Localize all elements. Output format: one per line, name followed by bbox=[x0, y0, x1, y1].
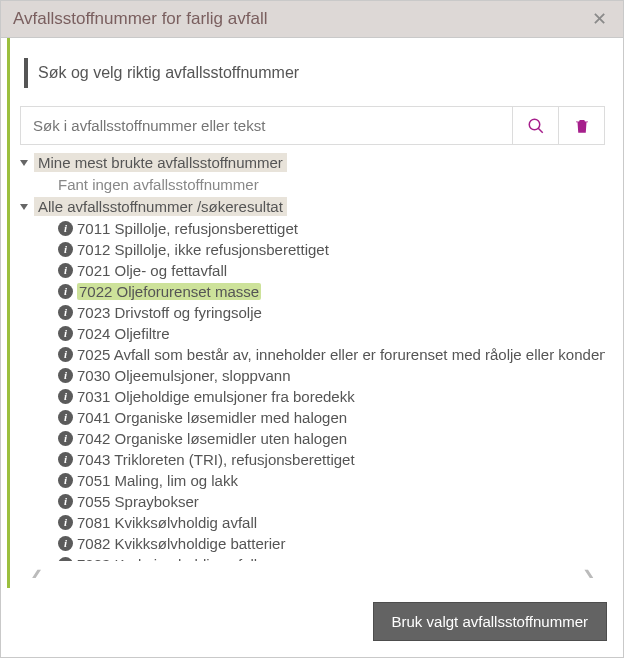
list-item-label: 7030 Oljeemulsjoner, sloppvann bbox=[77, 367, 290, 384]
group-mine-label: Mine mest brukte avfallsstoffnummer bbox=[34, 153, 287, 172]
dialog-title: Avfallsstoffnummer for farlig avfall bbox=[13, 9, 267, 29]
instruction-bar: Søk og velg riktig avfallsstoffnummer bbox=[24, 58, 605, 88]
tree-container: Mine mest brukte avfallsstoffnummer Fant… bbox=[20, 151, 605, 578]
group-all[interactable]: Alle avfallsstoffnummer /søkeresultat bbox=[20, 195, 601, 218]
list-item-label: 7031 Oljeholdige emulsjoner fra boredekk bbox=[77, 388, 355, 405]
list-item[interactable]: i7012 Spillolje, ikke refusjonsberettige… bbox=[20, 239, 601, 260]
list-item-label: 7023 Drivstoff og fyringsolje bbox=[77, 304, 262, 321]
group-mine[interactable]: Mine mest brukte avfallsstoffnummer bbox=[20, 151, 601, 174]
info-icon[interactable]: i bbox=[58, 263, 73, 278]
trash-icon bbox=[573, 117, 591, 135]
list-item[interactable]: i7011 Spillolje, refusjonsberettiget bbox=[20, 218, 601, 239]
list-item-label: 7021 Olje- og fettavfall bbox=[77, 262, 227, 279]
dialog-footer: Bruk valgt avfallsstoffnummer bbox=[7, 588, 623, 657]
list-item-label: 7011 Spillolje, refusjonsberettiget bbox=[77, 220, 298, 237]
info-icon[interactable]: i bbox=[58, 305, 73, 320]
list-item-label: 7025 Avfall som består av, inneholder el… bbox=[77, 346, 605, 363]
list-item[interactable]: i7024 Oljefiltre bbox=[20, 323, 601, 344]
svg-line-1 bbox=[538, 128, 543, 133]
search-button[interactable] bbox=[512, 107, 558, 144]
horizontal-scrollbar[interactable]: ❮ ❯ bbox=[20, 561, 605, 578]
list-item[interactable]: i7041 Organiske løsemidler med halogen bbox=[20, 407, 601, 428]
list-item[interactable]: i7055 Spraybokser bbox=[20, 491, 601, 512]
info-icon[interactable]: i bbox=[58, 515, 73, 530]
list-item-label: 7022 Oljeforurenset masse bbox=[77, 283, 261, 300]
collapse-icon bbox=[20, 204, 28, 210]
list-item[interactable]: i7082 Kvikksølvholdige batterier bbox=[20, 533, 601, 554]
info-icon[interactable]: i bbox=[58, 242, 73, 257]
list-item[interactable]: i7022 Oljeforurenset masse bbox=[20, 281, 601, 302]
empty-mine-message: Fant ingen avfallsstoffnummer bbox=[20, 174, 601, 195]
close-icon[interactable]: ✕ bbox=[588, 10, 611, 28]
search-icon bbox=[527, 117, 545, 135]
info-icon[interactable]: i bbox=[58, 536, 73, 551]
list-item[interactable]: i7043 Trikloreten (TRI), refusjonsberett… bbox=[20, 449, 601, 470]
list-item[interactable]: i7030 Oljeemulsjoner, sloppvann bbox=[20, 365, 601, 386]
scroll-left-icon[interactable]: ❮ bbox=[30, 567, 43, 578]
list-item[interactable]: i7081 Kvikksølvholdig avfall bbox=[20, 512, 601, 533]
list-item-label: 7043 Trikloreten (TRI), refusjonsberetti… bbox=[77, 451, 355, 468]
list-item[interactable]: i7042 Organiske løsemidler uten halogen bbox=[20, 428, 601, 449]
dialog-container: Avfallsstoffnummer for farlig avfall ✕ S… bbox=[0, 0, 624, 658]
items-list: i7011 Spillolje, refusjonsberettigeti701… bbox=[20, 218, 601, 561]
info-icon[interactable]: i bbox=[58, 368, 73, 383]
info-icon[interactable]: i bbox=[58, 557, 73, 561]
titlebar: Avfallsstoffnummer for farlig avfall ✕ bbox=[1, 1, 623, 38]
clear-button[interactable] bbox=[558, 107, 604, 144]
info-icon[interactable]: i bbox=[58, 410, 73, 425]
group-all-label: Alle avfallsstoffnummer /søkeresultat bbox=[34, 197, 287, 216]
scroll-right-icon[interactable]: ❯ bbox=[582, 567, 595, 578]
apply-button[interactable]: Bruk valgt avfallsstoffnummer bbox=[373, 602, 607, 641]
info-icon[interactable]: i bbox=[58, 221, 73, 236]
info-icon[interactable]: i bbox=[58, 389, 73, 404]
list-item-label: 7042 Organiske løsemidler uten halogen bbox=[77, 430, 347, 447]
info-icon[interactable]: i bbox=[58, 431, 73, 446]
list-item[interactable]: i7023 Drivstoff og fyringsolje bbox=[20, 302, 601, 323]
list-item-label: 7024 Oljefiltre bbox=[77, 325, 170, 342]
search-row bbox=[20, 106, 605, 145]
tree-scroll[interactable]: Mine mest brukte avfallsstoffnummer Fant… bbox=[20, 151, 605, 561]
list-item-label: 7055 Spraybokser bbox=[77, 493, 199, 510]
list-item[interactable]: i7021 Olje- og fettavfall bbox=[20, 260, 601, 281]
list-item-label: 7081 Kvikksølvholdig avfall bbox=[77, 514, 257, 531]
list-item[interactable]: i7025 Avfall som består av, inneholder e… bbox=[20, 344, 601, 365]
list-item[interactable]: i7051 Maling, lim og lakk bbox=[20, 470, 601, 491]
collapse-icon bbox=[20, 160, 28, 166]
svg-point-0 bbox=[529, 119, 540, 130]
info-icon[interactable]: i bbox=[58, 473, 73, 488]
instruction-text: Søk og velg riktig avfallsstoffnummer bbox=[38, 64, 299, 81]
list-item[interactable]: i7031 Oljeholdige emulsjoner fra boredek… bbox=[20, 386, 601, 407]
dialog-body: Søk og velg riktig avfallsstoffnummer bbox=[7, 38, 623, 588]
list-item[interactable]: i7083 Kadmiumholdig avfall bbox=[20, 554, 601, 561]
list-item-label: 7041 Organiske løsemidler med halogen bbox=[77, 409, 347, 426]
info-icon[interactable]: i bbox=[58, 452, 73, 467]
info-icon[interactable]: i bbox=[58, 347, 73, 362]
list-item-label: 7051 Maling, lim og lakk bbox=[77, 472, 238, 489]
list-item-label: 7082 Kvikksølvholdige batterier bbox=[77, 535, 285, 552]
info-icon[interactable]: i bbox=[58, 284, 73, 299]
info-icon[interactable]: i bbox=[58, 494, 73, 509]
list-item-label: 7083 Kadmiumholdig avfall bbox=[77, 556, 257, 561]
search-input[interactable] bbox=[21, 107, 512, 144]
info-icon[interactable]: i bbox=[58, 326, 73, 341]
list-item-label: 7012 Spillolje, ikke refusjonsberettiget bbox=[77, 241, 329, 258]
